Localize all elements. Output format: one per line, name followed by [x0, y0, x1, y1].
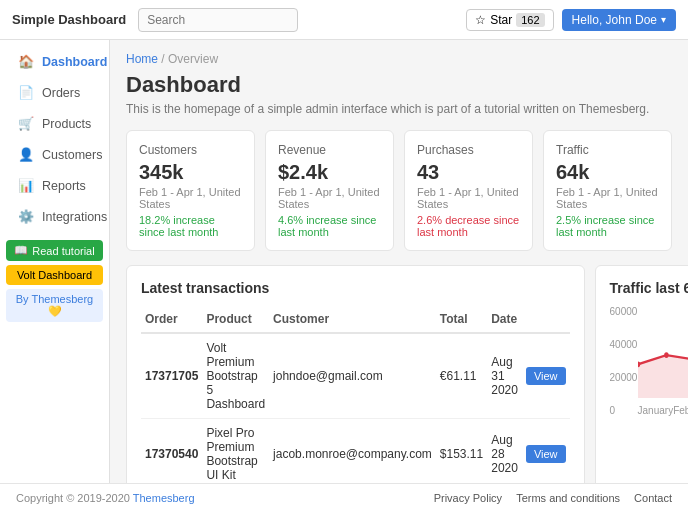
themesberg-badge[interactable]: By Themesberg 💛: [6, 289, 103, 322]
stat-period: Feb 1 - Apr 1, United States: [417, 186, 520, 210]
transactions-body: 17371705 Volt Premium Bootstrap 5 Dashbo…: [141, 333, 570, 483]
stat-change: 4.6% increase since last month: [278, 214, 381, 238]
stat-label: Purchases: [417, 143, 520, 157]
products-icon: 🛒: [18, 116, 34, 131]
footer-terms-link[interactable]: Terms and conditions: [516, 492, 620, 504]
y-label-40000: 40000: [610, 339, 638, 350]
stat-period: Feb 1 - Apr 1, United States: [278, 186, 381, 210]
read-tutorial-badge[interactable]: 📖 Read tutorial: [6, 240, 103, 261]
sidebar-label-orders: Orders: [42, 86, 80, 100]
product-name: Volt Premium Bootstrap 5 Dashboard: [202, 333, 269, 419]
order-total: €61.11: [436, 333, 487, 419]
star-icon: ☆: [475, 13, 486, 27]
y-label-60000: 60000: [610, 306, 638, 317]
user-menu-button[interactable]: Hello, John Doe ▾: [562, 9, 676, 31]
themesberg-label: By Themesberg 💛: [14, 293, 95, 318]
sidebar-item-integrations[interactable]: ⚙️ Integrations: [6, 202, 103, 231]
stat-label: Customers: [139, 143, 242, 157]
footer-contact-link[interactable]: Contact: [634, 492, 672, 504]
action-cell: View: [522, 419, 570, 484]
chart-area: 60000 40000 20000 0 January February Mar…: [610, 306, 688, 416]
chevron-down-icon: ▾: [661, 14, 666, 25]
breadcrumb-current: Overview: [168, 52, 218, 66]
stat-value: 345k: [139, 161, 242, 184]
footer-brand-link[interactable]: Themesberg: [133, 492, 195, 504]
breadcrumb-home[interactable]: Home: [126, 52, 158, 66]
stat-label: Revenue: [278, 143, 381, 157]
book-icon: 📖: [14, 244, 28, 257]
transactions-card: Latest transactions Order Product Custom…: [126, 265, 585, 483]
chart-dot: [664, 352, 668, 358]
col-total: Total: [436, 306, 487, 333]
chart-svg: [638, 306, 688, 398]
chart-x-labels: January February March April May June: [638, 405, 688, 416]
stat-card-purchases: Purchases 43 Feb 1 - Apr 1, United State…: [404, 130, 533, 251]
table-row: 17371705 Volt Premium Bootstrap 5 Dashbo…: [141, 333, 570, 419]
stat-value: 43: [417, 161, 520, 184]
star-button[interactable]: ☆ Star 162: [466, 9, 553, 31]
stat-label: Traffic: [556, 143, 659, 157]
order-number: 17371705: [141, 333, 202, 419]
top-bar-right: ☆ Star 162 Hello, John Doe ▾: [466, 9, 676, 31]
traffic-card: Traffic last 6 months 60000 40000 20000 …: [595, 265, 688, 483]
top-bar: Simple Dashboard ☆ Star 162 Hello, John …: [0, 0, 688, 40]
stat-change: 2.6% decrease since last month: [417, 214, 520, 238]
order-date: Aug 31 2020: [487, 333, 522, 419]
stats-grid: Customers 345k Feb 1 - Apr 1, United Sta…: [126, 130, 672, 251]
sidebar-item-products[interactable]: 🛒 Products: [6, 109, 103, 138]
home-icon: 🏠: [18, 54, 34, 69]
stat-change: 2.5% increase since last month: [556, 214, 659, 238]
product-name: Pixel Pro Premium Bootstrap UI Kit: [202, 419, 269, 484]
transactions-table: Order Product Customer Total Date 173717…: [141, 306, 570, 483]
y-label-20000: 20000: [610, 372, 638, 383]
order-total: $153.11: [436, 419, 487, 484]
main-content: Home / Overview Dashboard This is the ho…: [110, 40, 688, 483]
sidebar-label-products: Products: [42, 117, 91, 131]
reports-icon: 📊: [18, 178, 34, 193]
action-cell: View: [522, 333, 570, 419]
chart-inner: [638, 306, 688, 398]
sidebar-label-dashboard: Dashboard: [42, 55, 107, 69]
footer: Copyright © 2019-2020 Themesberg Privacy…: [0, 483, 688, 512]
sidebar-badges: 📖 Read tutorial Volt Dashboard By Themes…: [6, 240, 103, 322]
sidebar-item-customers[interactable]: 👤 Customers: [6, 140, 103, 169]
stat-period: Feb 1 - Apr 1, United States: [556, 186, 659, 210]
customers-icon: 👤: [18, 147, 34, 162]
sidebar-label-integrations: Integrations: [42, 210, 107, 224]
sidebar-item-dashboard[interactable]: 🏠 Dashboard: [6, 47, 103, 76]
customer-email: jacob.monroe@company.com: [269, 419, 436, 484]
col-action: [522, 306, 570, 333]
page-title: Dashboard: [126, 72, 672, 98]
integrations-icon: ⚙️: [18, 209, 34, 224]
col-customer: Customer: [269, 306, 436, 333]
x-label-jan: January: [638, 405, 674, 416]
sidebar-item-orders[interactable]: 📄 Orders: [6, 78, 103, 107]
read-tutorial-label: Read tutorial: [32, 245, 94, 257]
search-input[interactable]: [138, 8, 298, 32]
x-label-feb: February: [673, 405, 688, 416]
copyright-text: Copyright © 2019-2020: [16, 492, 130, 504]
order-date: Aug 28 2020: [487, 419, 522, 484]
stat-card-traffic: Traffic 64k Feb 1 - Apr 1, United States…: [543, 130, 672, 251]
bottom-grid: Latest transactions Order Product Custom…: [126, 265, 672, 483]
stat-value: 64k: [556, 161, 659, 184]
view-button[interactable]: View: [526, 367, 566, 385]
stat-change: 18.2% increase since last month: [139, 214, 242, 238]
breadcrumb: Home / Overview: [126, 52, 672, 66]
view-button[interactable]: View: [526, 445, 566, 463]
app-logo: Simple Dashboard: [12, 12, 126, 27]
stat-period: Feb 1 - Apr 1, United States: [139, 186, 242, 210]
volt-dashboard-badge[interactable]: Volt Dashboard: [6, 265, 103, 285]
table-row: 17370540 Pixel Pro Premium Bootstrap UI …: [141, 419, 570, 484]
footer-privacy-link[interactable]: Privacy Policy: [434, 492, 502, 504]
main-area: 🏠 Dashboard 📄 Orders 🛒 Products 👤 Custom…: [0, 40, 688, 483]
chart-y-labels: 60000 40000 20000 0: [610, 306, 638, 416]
col-date: Date: [487, 306, 522, 333]
sidebar-label-reports: Reports: [42, 179, 86, 193]
stat-card-revenue: Revenue $2.4k Feb 1 - Apr 1, United Stat…: [265, 130, 394, 251]
volt-dashboard-label: Volt Dashboard: [17, 269, 92, 281]
footer-links: Privacy Policy Terms and conditions Cont…: [434, 492, 672, 504]
sidebar-item-reports[interactable]: 📊 Reports: [6, 171, 103, 200]
star-count: 162: [516, 13, 544, 27]
traffic-title: Traffic last 6 months: [610, 280, 688, 296]
